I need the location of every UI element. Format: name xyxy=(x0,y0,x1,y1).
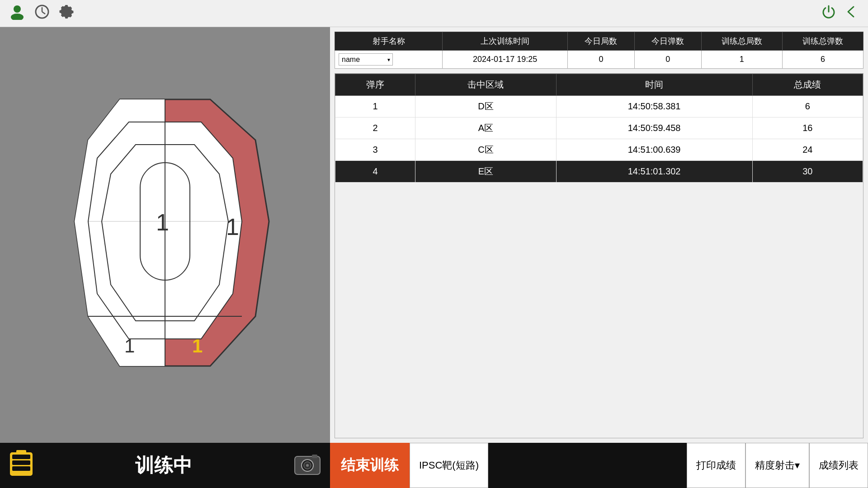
cell-seq: 4 xyxy=(335,161,415,183)
svg-text:1: 1 xyxy=(226,214,239,240)
data-table-wrapper: 弹序 击中区域 时间 总成绩 1D区14:50:58.38162A区14:50:… xyxy=(335,73,863,438)
clock-icon[interactable] xyxy=(34,4,50,23)
cell-time: 14:50:59.458 xyxy=(556,117,752,139)
battery-svg xyxy=(9,449,33,476)
svg-point-1 xyxy=(11,14,24,20)
back-icon[interactable] xyxy=(844,4,859,23)
main-area: 1 1 1 1 射手名称 上次训练时间 今日局数 今日弹数 训练总局数 xyxy=(0,27,868,443)
bottom-left: 训练中 xyxy=(0,449,330,482)
svg-point-0 xyxy=(14,5,21,13)
col-score: 总成绩 xyxy=(752,74,863,96)
camera-icon xyxy=(294,451,321,480)
header-today-bullets: 今日弹数 xyxy=(634,32,701,51)
bottom-right: 结束训练 IPSC靶(短路) 打印成绩 精度射击▾ 成绩列表 xyxy=(330,443,868,488)
mode-button[interactable]: IPSC靶(短路) xyxy=(410,443,488,488)
cell-time: 14:51:00.639 xyxy=(556,139,752,161)
svg-rect-20 xyxy=(12,460,30,465)
cell-seq: 2 xyxy=(335,117,415,139)
cell-score: 6 xyxy=(752,96,863,117)
power-icon[interactable] xyxy=(821,4,836,23)
bottom-bar: 训练中 结束训练 IPSC靶(短路) 打印成绩 精度射击▾ 成绩列表 xyxy=(0,443,868,488)
header-last-time: 上次训练时间 xyxy=(443,32,568,51)
svg-rect-21 xyxy=(12,466,30,471)
svg-rect-18 xyxy=(16,450,26,454)
stat-today-rounds: 0 xyxy=(568,51,635,69)
header-total-bullets: 训练总弹数 xyxy=(782,32,863,51)
svg-text:1: 1 xyxy=(156,209,169,235)
table-row[interactable]: 1D区14:50:58.3816 xyxy=(335,96,863,117)
cell-zone: C区 xyxy=(415,139,556,161)
stats-table: 射手名称 上次训练时间 今日局数 今日弹数 训练总局数 训练总弹数 name xyxy=(335,32,863,69)
stat-last-time: 2024-01-17 19:25 xyxy=(443,51,568,69)
cell-score: 24 xyxy=(752,139,863,161)
col-zone: 击中区域 xyxy=(415,74,556,96)
settings-icon[interactable] xyxy=(59,4,74,23)
cell-zone: E区 xyxy=(415,161,556,183)
header-total-rounds: 训练总局数 xyxy=(701,32,782,51)
cell-score: 16 xyxy=(752,117,863,139)
cell-seq: 1 xyxy=(335,96,415,117)
svg-rect-25 xyxy=(312,455,317,458)
print-btn[interactable]: 打印成绩 xyxy=(687,443,745,488)
cell-score: 30 xyxy=(752,161,863,183)
header-name: 射手名称 xyxy=(335,32,443,51)
list-btn[interactable]: 成绩列表 xyxy=(809,443,868,488)
top-bar-right-icons xyxy=(821,4,859,23)
stat-total-bullets: 6 xyxy=(782,51,863,69)
data-table: 弹序 击中区域 时间 总成绩 1D区14:50:58.38162A区14:50:… xyxy=(335,74,863,183)
svg-rect-19 xyxy=(12,455,30,459)
cell-time: 14:51:01.302 xyxy=(556,161,752,183)
target-svg: 1 1 1 1 xyxy=(52,86,278,384)
cell-zone: A区 xyxy=(415,117,556,139)
header-today-rounds: 今日局数 xyxy=(568,32,635,51)
col-time: 时间 xyxy=(556,74,752,96)
top-bar-left-icons xyxy=(9,4,74,23)
name-dropdown[interactable]: name xyxy=(339,53,393,66)
table-row[interactable]: 4E区14:51:01.30230 xyxy=(335,161,863,183)
battery-icon xyxy=(9,449,33,482)
left-panel: 1 1 1 1 xyxy=(0,27,330,443)
cell-time: 14:50:58.381 xyxy=(556,96,752,117)
col-seq: 弹序 xyxy=(335,74,415,96)
stat-today-bullets: 0 xyxy=(634,51,701,69)
stat-name-cell[interactable]: name xyxy=(335,51,443,69)
svg-text:1: 1 xyxy=(124,335,135,357)
user-icon[interactable] xyxy=(9,4,25,23)
table-row[interactable]: 2A区14:50:59.45816 xyxy=(335,117,863,139)
table-row[interactable]: 3C区14:51:00.63924 xyxy=(335,139,863,161)
svg-point-26 xyxy=(306,464,309,467)
training-status: 训练中 xyxy=(42,453,285,478)
svg-text:1: 1 xyxy=(192,335,203,357)
cell-zone: D区 xyxy=(415,96,556,117)
top-bar xyxy=(0,0,868,27)
cell-seq: 3 xyxy=(335,139,415,161)
stat-total-rounds: 1 xyxy=(701,51,782,69)
precision-btn[interactable]: 精度射击▾ xyxy=(745,443,809,488)
right-panel: 射手名称 上次训练时间 今日局数 今日弹数 训练总局数 训练总弹数 name xyxy=(330,27,868,443)
end-training-button[interactable]: 结束训练 xyxy=(330,443,410,488)
target-container: 1 1 1 1 xyxy=(52,86,278,384)
